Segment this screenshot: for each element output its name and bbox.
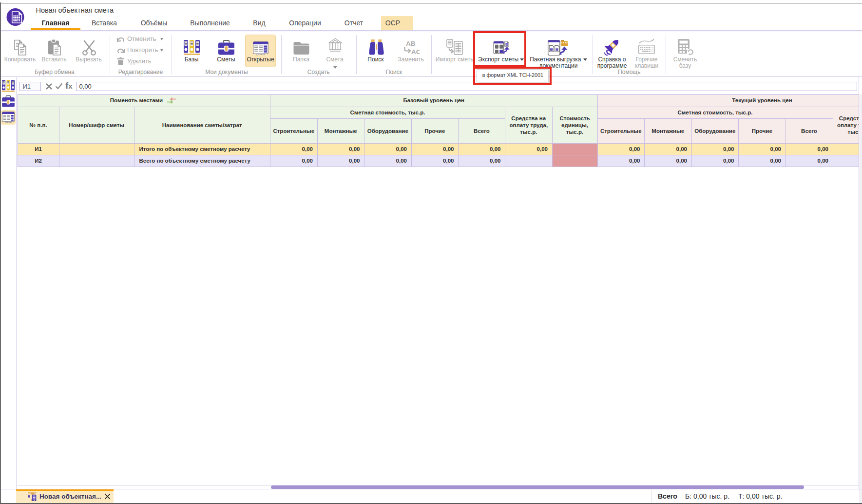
svg-text:AB: AB [406,40,416,47]
svg-text:AC: AC [411,48,420,55]
